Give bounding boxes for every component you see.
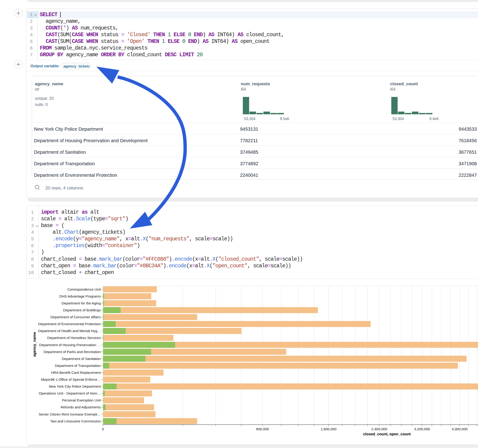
svg-text:Taxi and Limousine Commission: Taxi and Limousine Commission bbox=[50, 419, 101, 423]
svg-text:Department of Environmental Pr: Department of Environmental Protection bbox=[34, 173, 117, 178]
svg-text:Department of Homeless Service: Department of Homeless Services bbox=[47, 336, 101, 340]
svg-text:): ) bbox=[41, 249, 44, 255]
svg-text:COUNT(*) AS num_requests,: COUNT(*) AS num_requests, bbox=[40, 25, 118, 31]
svg-text:3: 3 bbox=[30, 25, 33, 31]
svg-text:Department of Environmental Pr: Department of Environmental Protection bbox=[38, 322, 101, 326]
svg-text:.encode(y="agency_name", x=alt: .encode(y="agency_name", x=alt.X("num_re… bbox=[41, 236, 233, 242]
svg-text:Output variable:: Output variable: bbox=[31, 64, 60, 68]
svg-text:Department of Buildings: Department of Buildings bbox=[63, 308, 101, 312]
svg-text:Department of Transportation: Department of Transportation bbox=[55, 364, 101, 367]
svg-text:7618456: 7618456 bbox=[459, 138, 477, 143]
svg-text:chart_closed + chart_open: chart_closed + chart_open bbox=[41, 270, 114, 276]
svg-text:Department of Sanitation: Department of Sanitation bbox=[62, 357, 101, 361]
svg-text:9.4e6: 9.4e6 bbox=[429, 117, 439, 121]
svg-text:3774892: 3774892 bbox=[240, 161, 258, 166]
svg-text:53,304: 53,304 bbox=[393, 117, 404, 121]
svg-text:Refunds and Adjustments: Refunds and Adjustments bbox=[61, 405, 101, 409]
svg-text:agency_name: agency_name bbox=[32, 332, 37, 357]
svg-text:8: 8 bbox=[31, 257, 34, 262]
svg-text:scale = alt.Scale(type="sqrt"): scale = alt.Scale(type="sqrt") bbox=[41, 216, 128, 222]
svg-text:Correspondence Unit: Correspondence Unit bbox=[67, 287, 101, 291]
svg-text:2222847: 2222847 bbox=[459, 173, 477, 178]
svg-text:3677651: 3677651 bbox=[459, 149, 477, 155]
svg-text:CAST(SUM(CASE WHEN status = 'C: CAST(SUM(CASE WHEN status = 'Closed' THE… bbox=[40, 32, 284, 38]
svg-text:Department of Health and Menta: Department of Health and Mental Hyg… bbox=[38, 329, 101, 333]
svg-text:Department of Housing Preserva: Department of Housing Preservation … bbox=[39, 343, 101, 347]
svg-text:agency_name,: agency_name, bbox=[40, 19, 81, 25]
svg-text:closed_count, open_count: closed_count, open_count bbox=[363, 432, 411, 436]
svg-text:Department of Housing Preserva: Department of Housing Preservation and D… bbox=[34, 138, 148, 143]
svg-text:New York City Police Departmen: New York City Police Department bbox=[34, 126, 103, 132]
svg-text:9443533: 9443533 bbox=[459, 126, 477, 132]
svg-text:2240041: 2240041 bbox=[240, 173, 258, 178]
svg-text:1: 1 bbox=[31, 210, 34, 215]
svg-text:i64: i64 bbox=[241, 87, 246, 92]
svg-text:2: 2 bbox=[30, 19, 33, 24]
svg-text:unique: 20: unique: 20 bbox=[35, 96, 54, 101]
svg-text:DHS Advantage Programs: DHS Advantage Programs bbox=[59, 294, 101, 298]
svg-text:9.5e6: 9.5e6 bbox=[280, 117, 289, 121]
svg-text:num_requests: num_requests bbox=[241, 81, 270, 86]
svg-text:4: 4 bbox=[30, 32, 33, 37]
svg-text:Department of Consumer Affairs: Department of Consumer Affairs bbox=[50, 315, 101, 319]
svg-text:6: 6 bbox=[31, 243, 34, 249]
svg-text:GROUP BY agency_name ORDER BY: GROUP BY agency_name ORDER BY closed_cou… bbox=[40, 52, 203, 58]
svg-text:New York City Police Departmen: New York City Police Department bbox=[49, 384, 101, 388]
svg-text:agency_name: agency_name bbox=[35, 81, 63, 86]
svg-text:Department of Parks and Recrea: Department of Parks and Recreation bbox=[44, 350, 101, 354]
svg-text:2: 2 bbox=[31, 216, 34, 222]
svg-text:Department of Transportation: Department of Transportation bbox=[34, 161, 95, 166]
svg-text:Mayorâ€ s Office of Special En: Mayorâ€ s Office of Special Enforce… bbox=[41, 378, 101, 381]
svg-text:9: 9 bbox=[31, 263, 34, 269]
svg-text:9453131: 9453131 bbox=[240, 126, 258, 132]
svg-text:SELECT: SELECT bbox=[40, 12, 58, 18]
svg-text:53,304: 53,304 bbox=[244, 117, 256, 121]
svg-text:0: 0 bbox=[102, 427, 104, 431]
svg-text:chart_open = base.mark_bar(col: chart_open = base.mark_bar(color="#8BC34… bbox=[41, 263, 291, 269]
svg-text:Department of Sanitation: Department of Sanitation bbox=[34, 149, 86, 155]
svg-text:alt.Chart(agency_tickets): alt.Chart(agency_tickets) bbox=[41, 229, 125, 235]
svg-text:4: 4 bbox=[31, 230, 34, 235]
svg-text:3749485: 3749485 bbox=[240, 149, 258, 155]
svg-text:20 rows, 4 columns: 20 rows, 4 columns bbox=[45, 186, 83, 190]
svg-text:str: str bbox=[35, 87, 39, 92]
svg-text:nulls: 0: nulls: 0 bbox=[35, 102, 48, 107]
svg-text:base = (: base = ( bbox=[41, 223, 64, 229]
svg-text:Department for the Aging: Department for the Aging bbox=[62, 301, 101, 305]
svg-text:Operations Unit - Department o: Operations Unit - Department of Hom… bbox=[39, 391, 101, 395]
svg-text:5: 5 bbox=[31, 236, 34, 242]
svg-text:1: 1 bbox=[30, 12, 33, 18]
svg-text:CAST(SUM(CASE WHEN status = 'O: CAST(SUM(CASE WHEN status = 'Open' THEN … bbox=[40, 38, 270, 44]
svg-text:6: 6 bbox=[30, 46, 33, 51]
svg-text:4,000,000: 4,000,000 bbox=[452, 427, 468, 431]
svg-text:3471908: 3471908 bbox=[459, 161, 477, 166]
svg-text:1,600,000: 1,600,000 bbox=[321, 427, 336, 431]
svg-text:7782211: 7782211 bbox=[240, 138, 258, 143]
svg-text:800,000: 800,000 bbox=[256, 427, 269, 431]
svg-text:3,200,000: 3,200,000 bbox=[414, 427, 430, 431]
svg-text:.properties(width="container"): .properties(width="container") bbox=[41, 243, 140, 249]
svg-text:i64: i64 bbox=[390, 87, 396, 92]
svg-text:Senior Citizen Rent Increase E: Senior Citizen Rent Increase Exempti… bbox=[38, 412, 101, 416]
svg-text:5: 5 bbox=[30, 39, 33, 44]
svg-text:closed_count: closed_count bbox=[390, 81, 418, 86]
svg-text:FROM sample_data.nyc.service_r: FROM sample_data.nyc.service_requests bbox=[40, 45, 147, 51]
svg-text:import altair as alt: import altair as alt bbox=[41, 209, 99, 215]
svg-text:2,400,000: 2,400,000 bbox=[371, 427, 387, 431]
svg-text:7: 7 bbox=[30, 52, 33, 58]
svg-text:10: 10 bbox=[28, 270, 34, 275]
svg-text:HRA Benefit Card Replacement: HRA Benefit Card Replacement bbox=[51, 371, 101, 374]
svg-text:3: 3 bbox=[31, 223, 34, 228]
svg-text:chart_closed = base.mark_bar(c: chart_closed = base.mark_bar(color="#FFC… bbox=[41, 256, 302, 262]
svg-text:agency_tickets: agency_tickets bbox=[63, 64, 90, 68]
svg-text:Personal Exemption Unit: Personal Exemption Unit bbox=[62, 398, 101, 402]
svg-text:7: 7 bbox=[31, 250, 34, 255]
